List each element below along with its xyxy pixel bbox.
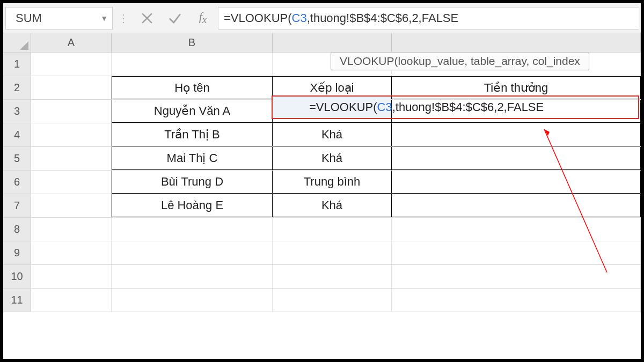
cell[interactable] <box>31 218 112 241</box>
cell[interactable] <box>273 265 392 288</box>
cell[interactable] <box>31 265 112 288</box>
table-row: 9 <box>3 241 641 265</box>
cell[interactable]: Họ tên <box>112 76 273 99</box>
spreadsheet-grid[interactable]: VLOOKUP(lookup_value, table_array, col_i… <box>3 33 641 359</box>
cell[interactable] <box>112 289 273 312</box>
row-header[interactable]: 7 <box>3 194 31 217</box>
table-row: 8 <box>3 218 641 241</box>
function-tooltip: VLOOKUP(lookup_value, table_array, col_i… <box>331 52 589 70</box>
rows-container: =VLOOKUP(C3,thuong!$B$4:$C$6,2,FALSE 1 2… <box>3 53 641 359</box>
cell[interactable]: Trần Thị B <box>112 123 273 146</box>
row-header[interactable]: 11 <box>3 289 31 312</box>
cell[interactable] <box>112 218 273 241</box>
cell[interactable] <box>112 53 273 76</box>
cell[interactable]: Khá <box>273 147 392 170</box>
cell[interactable] <box>112 241 273 264</box>
check-icon <box>167 11 182 26</box>
cell[interactable] <box>31 53 112 76</box>
cell[interactable]: Lê Hoàng E <box>112 194 273 217</box>
select-all-corner[interactable] <box>3 33 31 52</box>
cell[interactable] <box>31 76 112 99</box>
cell[interactable] <box>392 123 641 146</box>
cell[interactable] <box>392 265 641 288</box>
cell[interactable]: Mai Thị C <box>112 147 273 170</box>
col-header-c[interactable] <box>273 33 392 52</box>
fx-icon[interactable]: fx <box>190 10 216 26</box>
cell[interactable] <box>31 194 112 217</box>
formula-text-prefix: =VLOOKUP( <box>224 11 292 25</box>
table-row: 7 Lê Hoàng E Khá <box>3 194 641 218</box>
confirm-formula-button[interactable] <box>162 7 188 29</box>
cell[interactable]: Khá <box>273 123 392 146</box>
cell[interactable]: Khá <box>273 194 392 217</box>
cell[interactable] <box>31 100 112 123</box>
cell[interactable] <box>273 218 392 241</box>
cell[interactable] <box>392 241 641 264</box>
formula-text-ref: C3 <box>292 11 307 25</box>
col-header-d[interactable] <box>392 33 641 52</box>
column-headers: A B <box>3 33 641 53</box>
row-header[interactable]: 6 <box>3 171 31 194</box>
col-header-b[interactable]: B <box>112 33 273 52</box>
cell[interactable]: Bùi Trung D <box>112 171 273 194</box>
cell[interactable] <box>392 147 641 170</box>
row-header[interactable]: 2 <box>3 76 31 99</box>
cell[interactable] <box>392 194 641 217</box>
formula-text-suffix: ,thuong!$B$4:$C$6,2,FALSE <box>307 11 459 25</box>
row-header[interactable]: 4 <box>3 123 31 146</box>
inline-formula-overlay: =VLOOKUP(C3,thuong!$B$4:$C$6,2,FALSE <box>309 95 544 119</box>
row-header[interactable]: 5 <box>3 147 31 170</box>
cell[interactable] <box>392 289 641 312</box>
table-row: 5 Mai Thị C Khá <box>3 147 641 171</box>
cell[interactable] <box>273 241 392 264</box>
formula-input[interactable]: =VLOOKUP(C3,thuong!$B$4:$C$6,2,FALSE <box>218 7 639 29</box>
excel-window: SUM ▼ ⋮ fx =VLOOKUP(C3,thuong!$B$4:$C$6,… <box>3 3 641 359</box>
row-header[interactable]: 8 <box>3 218 31 241</box>
table-row: 10 <box>3 265 641 289</box>
cell[interactable] <box>31 171 112 194</box>
cell[interactable] <box>392 171 641 194</box>
cell[interactable] <box>31 147 112 170</box>
table-row: 6 Bùi Trung D Trung bình <box>3 171 641 194</box>
row-header[interactable]: 9 <box>3 241 31 264</box>
col-header-a[interactable]: A <box>31 33 112 52</box>
formula-bar: SUM ▼ ⋮ fx =VLOOKUP(C3,thuong!$B$4:$C$6,… <box>3 3 641 33</box>
name-box[interactable]: SUM ▼ <box>5 7 113 29</box>
chevron-down-icon[interactable]: ▼ <box>100 14 108 23</box>
cell[interactable] <box>31 123 112 146</box>
table-row: 11 <box>3 289 641 312</box>
name-box-value: SUM <box>16 11 42 25</box>
row-header[interactable]: 10 <box>3 265 31 288</box>
table-row: 4 Trần Thị B Khá <box>3 123 641 147</box>
cell[interactable] <box>31 241 112 264</box>
grip-icon: ⋮ <box>115 12 132 25</box>
cell[interactable] <box>112 265 273 288</box>
cancel-formula-button[interactable] <box>134 7 160 29</box>
row-header[interactable]: 1 <box>3 53 31 76</box>
cell[interactable] <box>273 289 392 312</box>
cell[interactable]: Nguyễn Văn A <box>112 100 273 123</box>
row-header[interactable]: 3 <box>3 100 31 123</box>
x-icon <box>140 11 155 26</box>
cell[interactable] <box>392 218 641 241</box>
cell[interactable] <box>31 289 112 312</box>
cell[interactable]: Trung bình <box>273 171 392 194</box>
